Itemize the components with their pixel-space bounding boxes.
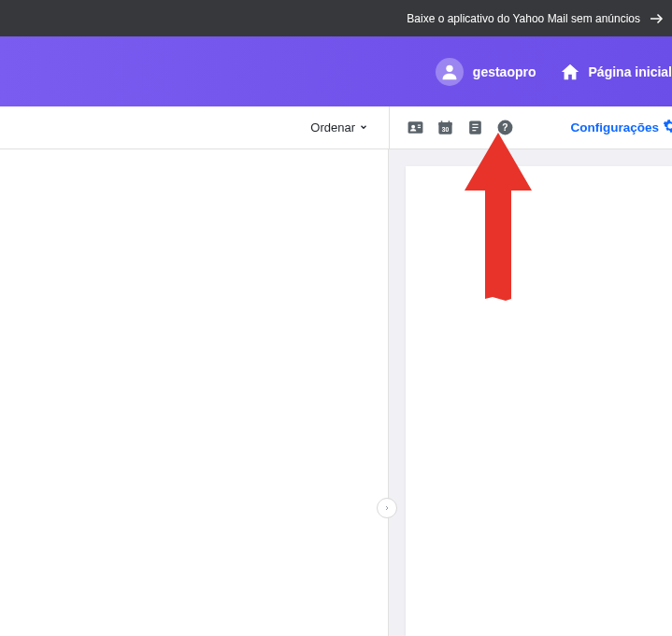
username-label: gestaopro bbox=[473, 64, 536, 79]
gear-icon bbox=[663, 119, 672, 136]
svg-text:30: 30 bbox=[441, 126, 449, 133]
calendar-icon[interactable]: 30 bbox=[436, 119, 454, 137]
content-panel bbox=[406, 166, 672, 636]
avatar bbox=[436, 58, 464, 86]
contacts-icon[interactable] bbox=[406, 119, 424, 137]
notepad-icon[interactable] bbox=[465, 119, 484, 137]
svg-text:?: ? bbox=[502, 122, 508, 133]
main-header: gestaopro Página inicial bbox=[0, 36, 672, 106]
sort-label: Ordenar bbox=[310, 120, 355, 134]
reading-pane bbox=[389, 149, 672, 636]
home-link[interactable]: Página inicial bbox=[559, 61, 672, 83]
arrow-right-icon bbox=[648, 10, 665, 27]
settings-label: Configurações bbox=[570, 120, 659, 134]
promo-banner[interactable]: Baixe o aplicativo do Yahoo Mail sem anú… bbox=[0, 0, 672, 36]
home-label: Página inicial bbox=[589, 64, 672, 79]
home-icon bbox=[559, 61, 581, 83]
toolbar-icon-group: 30 ? bbox=[406, 119, 514, 137]
divider bbox=[389, 106, 390, 148]
message-list-pane bbox=[0, 149, 389, 636]
pane-collapse-button[interactable] bbox=[377, 498, 397, 518]
content-area bbox=[0, 149, 672, 636]
promo-banner-text: Baixe o aplicativo do Yahoo Mail sem anú… bbox=[407, 12, 640, 25]
chevron-down-icon bbox=[359, 122, 368, 134]
settings-link[interactable]: Configurações bbox=[570, 119, 672, 136]
svg-point-3 bbox=[411, 125, 415, 129]
sort-dropdown[interactable]: Ordenar bbox=[310, 120, 368, 134]
help-icon[interactable]: ? bbox=[495, 119, 514, 137]
svg-point-1 bbox=[446, 64, 452, 71]
user-account[interactable]: gestaopro bbox=[436, 58, 536, 86]
toolbar: Ordenar 30 bbox=[0, 106, 672, 149]
svg-rect-7 bbox=[438, 122, 451, 125]
